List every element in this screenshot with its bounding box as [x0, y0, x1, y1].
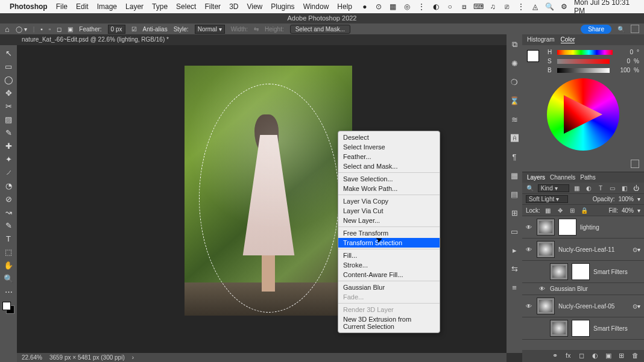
history-icon[interactable]: ⌛: [509, 95, 520, 106]
layer-row[interactable]: Smart Filters: [522, 317, 644, 340]
color-wheel[interactable]: [547, 78, 619, 151]
ctx-layer-via-copy[interactable]: Layer Via Copy: [338, 196, 440, 206]
smart-object-link-icon[interactable]: ⊙▾: [633, 246, 640, 253]
ctx-gaussian-blur[interactable]: Gaussian Blur: [338, 282, 440, 292]
tray-creative-icon[interactable]: ◐: [432, 2, 440, 11]
tray-target-icon[interactable]: ◎: [403, 2, 412, 11]
workspace-icon[interactable]: [631, 25, 639, 33]
tray-keyboard-icon[interactable]: ⌨: [474, 2, 482, 11]
filter-smart-icon[interactable]: ◧: [620, 184, 629, 192]
lock-pixels-icon[interactable]: ▦: [544, 206, 552, 214]
ctx-save-selection[interactable]: Save Selection...: [338, 174, 440, 184]
layer-style-icon[interactable]: fx: [566, 352, 574, 360]
tray-dropbox-icon[interactable]: ⧈: [460, 2, 469, 11]
filter-adjust-icon[interactable]: ◐: [584, 184, 593, 192]
menu-plugins[interactable]: Plugins: [271, 2, 294, 11]
share-button[interactable]: Share: [581, 25, 611, 34]
hand-tool-icon[interactable]: ✋: [2, 260, 15, 271]
pen-tool-icon[interactable]: ✎: [2, 220, 15, 231]
ctx-make-work-path[interactable]: Make Work Path...: [338, 184, 440, 193]
character-icon[interactable]: 🅰: [509, 133, 520, 143]
layer-mask-thumbnail[interactable]: [558, 219, 576, 236]
status-chevron-icon[interactable]: ›: [132, 354, 134, 361]
type-tool-icon[interactable]: T: [2, 233, 15, 245]
ctx-free-transform[interactable]: Free Transform: [338, 228, 440, 238]
menu-select[interactable]: Select: [176, 2, 196, 11]
color-fg-swatch[interactable]: [527, 50, 539, 62]
selection-tool-icon[interactable]: ✥: [2, 87, 15, 99]
ctx-content-aware-fill[interactable]: Content-Aware Fill...: [338, 270, 440, 279]
hue-slider[interactable]: H 0 °: [548, 49, 639, 55]
clone-tool-icon[interactable]: ⟋: [2, 167, 15, 178]
layer-name[interactable]: lighting: [580, 224, 640, 231]
layer-thumbnail[interactable]: [537, 298, 555, 314]
menu-type[interactable]: Type: [152, 2, 168, 11]
ctx-transform-selection[interactable]: Transform Selection: [338, 238, 440, 248]
group-layers-icon[interactable]: ▣: [605, 352, 614, 360]
layer-name[interactable]: Gaussian Blur: [550, 286, 640, 292]
play-icon[interactable]: ▸: [509, 245, 520, 255]
menubar-app[interactable]: Photoshop: [10, 2, 48, 11]
color-triangle[interactable]: [564, 95, 602, 134]
layer-thumbnail[interactable]: [537, 219, 555, 236]
marquee-tool-icon[interactable]: ▭: [2, 61, 15, 72]
blend-mode-select[interactable]: Soft Light ▾: [526, 195, 568, 203]
ctx-deselect[interactable]: Deselect: [338, 133, 440, 142]
filter-toggle-icon[interactable]: ⏻: [632, 184, 640, 192]
adjustments-icon[interactable]: ✺: [509, 58, 520, 69]
channels-tab[interactable]: Channels: [550, 174, 575, 181]
patterns-icon[interactable]: ⊞: [509, 207, 520, 218]
layer-mask-icon[interactable]: ◻: [579, 352, 587, 360]
layer-row[interactable]: 👁Nucly-Green-Leaf-11⊙▾: [522, 239, 644, 261]
layer-name[interactable]: Nucly-Green-Leaf-11: [558, 246, 629, 253]
kind-select[interactable]: Kind ▾: [538, 184, 569, 192]
menu-edit[interactable]: Edit: [76, 2, 89, 11]
menu-view[interactable]: View: [247, 2, 262, 11]
layer-visibility-icon[interactable]: 👁: [526, 303, 533, 310]
tray-control-icon[interactable]: ⚙: [560, 2, 569, 11]
foreground-swatch[interactable]: [2, 302, 11, 310]
brush-tool-icon[interactable]: ✦: [2, 154, 15, 165]
intersect-selection-icon[interactable]: ▣: [68, 26, 73, 33]
libraries-icon[interactable]: ⧉: [509, 39, 520, 50]
layer-visibility-icon[interactable]: 👁: [526, 224, 533, 231]
menu-file[interactable]: File: [56, 2, 68, 11]
menu-help[interactable]: Help: [337, 2, 352, 11]
tray-cc-icon[interactable]: ⊙: [375, 2, 384, 11]
layer-mask-thumbnail[interactable]: [572, 320, 590, 337]
lasso-tool-icon[interactable]: ◯: [2, 74, 15, 86]
color-swatches[interactable]: [2, 302, 14, 314]
opacity-value[interactable]: 100%: [618, 196, 634, 202]
ctx-fill[interactable]: Fill...: [338, 251, 440, 260]
filter-pixel-icon[interactable]: ▦: [573, 184, 581, 192]
ctx-layer-via-cut[interactable]: Layer Via Cut: [338, 206, 440, 216]
layer-row[interactable]: 👁Gaussian Blur: [522, 283, 644, 295]
adjustment-layer-icon[interactable]: ◐: [592, 352, 601, 360]
search-icon[interactable]: 🔍: [617, 26, 625, 33]
layer-row[interactable]: 👁lighting: [522, 216, 644, 239]
layer-thumbnail[interactable]: [537, 241, 555, 258]
info-icon[interactable]: ❍: [509, 76, 520, 87]
subtract-selection-icon[interactable]: ◻: [57, 26, 62, 33]
menu-3d[interactable]: 3D: [229, 2, 238, 11]
lock-all-icon[interactable]: 🔒: [580, 206, 589, 214]
frame-tool-icon[interactable]: ▨: [2, 114, 15, 125]
layer-name[interactable]: Nucly-Green-Leaf-05: [558, 303, 629, 310]
menu-image[interactable]: Image: [97, 2, 117, 11]
layer-visibility-icon[interactable]: 👁: [526, 246, 533, 253]
layer-row[interactable]: 👁Nucly-Green-Leaf-05⊙▾: [522, 295, 644, 317]
style-select[interactable]: Normal ▾: [195, 25, 225, 34]
paragraph-icon[interactable]: ¶: [509, 151, 520, 162]
swatches-icon[interactable]: ▦: [509, 170, 520, 181]
layer-row[interactable]: Smart Filters: [522, 261, 644, 283]
sat-slider[interactable]: S 0 %: [548, 58, 639, 64]
crop-tool-icon[interactable]: ✂: [2, 101, 15, 112]
actions-icon[interactable]: ≋: [509, 114, 520, 125]
tray-grid-icon[interactable]: ▦: [389, 2, 397, 11]
eraser-tool-icon[interactable]: ⊘: [2, 193, 15, 205]
status-zoom[interactable]: 22.64%: [22, 354, 42, 361]
lock-position-icon[interactable]: ✥: [556, 206, 564, 214]
ctx-stroke[interactable]: Stroke...: [338, 260, 440, 270]
layer-mask-thumbnail[interactable]: [572, 263, 590, 280]
histogram-tab[interactable]: Histogram: [527, 36, 555, 43]
